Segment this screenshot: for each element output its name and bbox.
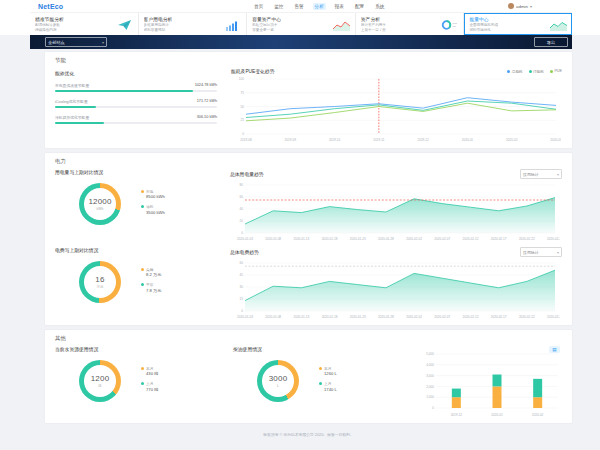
feature-card-3[interactable]: 资产分析统计资产利用率上架率一目了然 <box>356 13 465 35</box>
chevron-down-icon: ▾ <box>530 4 532 9</box>
card-subtitle: 持续降低PUE <box>35 28 64 32</box>
svg-text:100: 100 <box>239 77 244 81</box>
power-usage-period-select[interactable]: 按周统计 ▾ <box>520 169 562 179</box>
bar-value: 306.10 kWh <box>197 115 217 120</box>
power-cost-period-select[interactable]: 按周统计 ▾ <box>520 247 562 257</box>
svg-text:2020-02-12: 2020-02-12 <box>463 237 479 241</box>
mini-area-teal-icon <box>550 18 567 31</box>
feature-card-0[interactable]: 精准节能分析AI调优制冷参数持续降低PUE <box>30 13 139 35</box>
energy-trend-legend: 总能耗IT能耗PUE <box>507 69 562 74</box>
nav-item-1[interactable]: 监控 <box>272 3 285 10</box>
card-subtitle: 全面洞察能耗构成 <box>469 23 498 27</box>
svg-text:40: 40 <box>240 207 244 211</box>
legend-item[interactable]: PUE <box>550 69 562 73</box>
legend-item[interactable]: IT能耗 <box>529 69 544 74</box>
svg-text:0: 0 <box>241 309 243 313</box>
donut-unit: kWh <box>97 207 104 211</box>
svg-text:2020-02-22: 2020-02-22 <box>519 237 535 241</box>
donut-value: 16 <box>95 275 104 284</box>
nav-item-0[interactable]: 首页 <box>252 3 265 10</box>
svg-text:2,000: 2,000 <box>426 385 434 389</box>
chart-switch-icon[interactable]: ▤ <box>549 346 560 353</box>
diesel-usage-panel: 柴油使用情况 3000 L 本月1260 L上月1740 L <box>233 346 411 418</box>
donut-unit: 万元 <box>97 285 104 289</box>
power-cost-chart: 0153045602020-01-032020-01-082020-01-132… <box>230 258 562 320</box>
legend-item[interactable]: 总能耗 <box>507 69 523 74</box>
svg-text:2020-02: 2020-02 <box>506 138 518 142</box>
chevron-down-icon: ▾ <box>557 250 559 255</box>
svg-text:2020-02-17: 2020-02-17 <box>491 315 507 319</box>
energy-trend-panel: 能耗及PUE变化趋势 总能耗IT能耗PUE 02550751002019-082… <box>231 68 562 143</box>
section-power-title: 电力 <box>55 158 562 165</box>
nav-item-5[interactable]: 配置 <box>353 3 366 10</box>
power-usage-chart: 0204060802020-01-032020-01-082020-01-132… <box>230 180 562 242</box>
svg-text:2020-01-03: 2020-01-03 <box>237 237 253 241</box>
donut-legend-item: 市电8500 kWh <box>141 189 165 200</box>
donut-legend-item: 尖峰8.2 万元 <box>141 267 161 278</box>
chevron-down-icon: ▾ <box>102 40 104 45</box>
donut-legend: 本月1260 L上月1740 L <box>319 366 337 397</box>
section-other-title: 其他 <box>55 335 562 342</box>
power-cost-chart-title: 总体电费趋势 <box>230 249 259 255</box>
svg-text:2020-02-12: 2020-02-12 <box>463 315 479 319</box>
bar-value: 1024.78 kWh <box>195 83 217 88</box>
svg-text:2020-01-08: 2020-01-08 <box>265 315 281 319</box>
section-other: 其他 当前水资源使用情况 1200 吨 本月430 吨上月770 吨 柴油使用情… <box>45 330 572 423</box>
feature-cards: 精准节能分析AI调优制冷参数持续降低PUE客户用电分析多维度用电统计辅助容量规划… <box>30 12 572 35</box>
power-cost-chart-panel: 总体电费趋势 按周统计 ▾ 0153045602020-01-032020-01… <box>230 247 562 320</box>
svg-text:25: 25 <box>241 118 245 122</box>
nav-item-6[interactable]: 系统 <box>373 3 386 10</box>
bar-chart-icon <box>224 18 241 31</box>
card-subtitle: 多维度用电统计 <box>144 23 173 27</box>
card-subtitle: 机柜空间与功率 <box>252 23 281 27</box>
svg-text:2020-03: 2020-03 <box>550 138 561 142</box>
card-subtitle: 上架率一目了然 <box>361 28 386 32</box>
energy-trend-title: 能耗及PUE变化趋势 <box>231 68 274 74</box>
power-usage-donut: 12000 kWh 市电8500 kWh油机3500 kWh <box>55 175 230 225</box>
card-subtitle: 容量全景一览 <box>252 28 281 32</box>
export-button[interactable]: 导出 <box>534 37 568 47</box>
svg-text:2019-12: 2019-12 <box>417 138 429 142</box>
svg-text:2020-02-02: 2020-02-02 <box>406 237 422 241</box>
top-navbar: NetEco 首页监控告警分析报表配置系统 admin ▾ <box>30 0 572 12</box>
donut-unit: 吨 <box>98 384 101 388</box>
svg-text:3,000: 3,000 <box>426 374 434 378</box>
svg-text:2019-08: 2019-08 <box>240 138 252 142</box>
mini-donut-icon <box>441 18 458 31</box>
nav-item-2[interactable]: 告警 <box>292 3 305 10</box>
water-usage-donut: 1200 吨 本月430 吨上月770 吨 <box>55 352 233 402</box>
donut-value: 12000 <box>88 197 111 206</box>
svg-text:2020-02-17: 2020-02-17 <box>491 237 507 241</box>
energy-saving-bar-0: 市电直供改造节能量1024.78 kWh <box>55 83 217 92</box>
donut-legend: 本月430 吨上月770 吨 <box>141 366 158 397</box>
energy-saving-bar-1: iCooling优化节能量171.72 kWh <box>55 99 217 108</box>
nav-item-4[interactable]: 报表 <box>333 3 346 10</box>
donut-legend: 尖峰8.2 万元平谷7.8 万元 <box>141 267 161 298</box>
period-select-value: 按周统计 <box>523 250 539 255</box>
user-menu[interactable]: admin ▾ <box>508 3 532 9</box>
nav-item-3[interactable]: 分析 <box>313 3 326 10</box>
feature-card-1[interactable]: 客户用电分析多维度用电统计辅助容量规划 <box>139 13 248 35</box>
svg-text:2020-02-22: 2020-02-22 <box>519 315 535 319</box>
svg-text:80: 80 <box>240 183 244 187</box>
svg-text:2020-02-02: 2020-02-02 <box>406 315 422 319</box>
svg-text:2020-02-27: 2020-02-27 <box>547 315 560 319</box>
site-select[interactable]: 全部站点 ▾ <box>45 37 107 47</box>
feature-card-4[interactable]: 能量中心全面洞察能耗构成辅助节能优化 <box>464 13 572 35</box>
svg-text:5,000: 5,000 <box>426 352 434 356</box>
svg-text:2019-09: 2019-09 <box>285 138 297 142</box>
svg-text:2020-01: 2020-01 <box>491 413 503 417</box>
water-usage-panel: 当前水资源使用情况 1200 吨 本月430 吨上月770 吨 <box>55 346 233 418</box>
main-nav: 首页监控告警分析报表配置系统 <box>252 3 386 10</box>
bar-value: 171.72 kWh <box>197 99 217 104</box>
svg-text:50: 50 <box>241 105 245 109</box>
energy-optimization-title: 能效优化 <box>55 70 217 76</box>
svg-text:2020-02-07: 2020-02-07 <box>434 237 450 241</box>
feature-card-2[interactable]: 容量资产中心机柜空间与功率容量全景一览 <box>247 13 356 35</box>
card-subtitle: AI调优制冷参数 <box>35 23 64 27</box>
svg-text:2020-01-23: 2020-01-23 <box>350 237 366 241</box>
copyright: 版权所有 © 华为技术有限公司 2020。保留一切权利。 <box>45 428 572 443</box>
svg-text:2019-10: 2019-10 <box>329 138 341 142</box>
main-content: 节能 能效优化 市电直供改造节能量1024.78 kWhiCooling优化节能… <box>45 52 572 443</box>
svg-text:75: 75 <box>241 91 245 95</box>
